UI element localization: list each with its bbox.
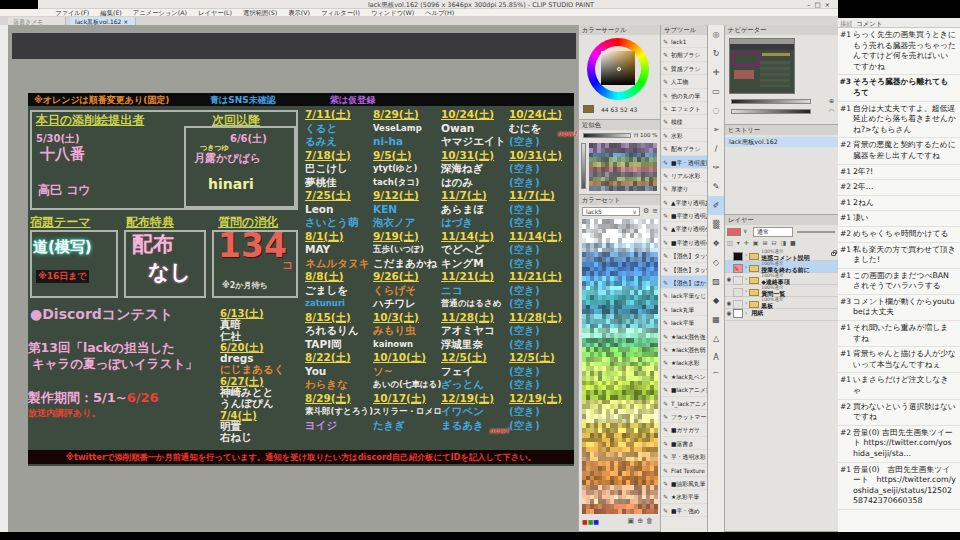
navigator-thumbnail[interactable] — [729, 38, 795, 94]
decoration-tool[interactable]: ❖ — [708, 234, 724, 253]
eye-icon[interactable]: ◉ — [725, 310, 733, 316]
approx-color-grid[interactable] — [589, 143, 657, 191]
subtool-item[interactable]: ✎模様 — [661, 115, 707, 128]
approx-swatch[interactable] — [653, 186, 657, 191]
layer-row[interactable]: ◉ › 100%通常◆連絡事項 — [725, 273, 839, 285]
subtool-item[interactable]: ✎【混色】タッチな — [661, 263, 707, 276]
document-tab-inactive[interactable]: 落書きメモ — [8, 17, 66, 25]
selection-tool[interactable]: ▭ — [708, 82, 724, 101]
subtool-item[interactable]: ✎Flat Texture — [661, 464, 707, 477]
text-tool[interactable]: A — [708, 348, 724, 367]
zoom-tool[interactable]: ◎ — [708, 25, 724, 44]
airbrush-tool[interactable]: ▒ — [708, 215, 724, 234]
move-tool[interactable]: ✛ — [708, 63, 724, 82]
subtool-item[interactable]: ✎■平・強め — [661, 504, 707, 517]
subtool-item[interactable]: ✎■ガサガサ — [661, 423, 707, 436]
object-tool[interactable]: ➢ — [708, 120, 724, 139]
eyedropper-tool[interactable]: ∕ — [708, 139, 724, 158]
approx-color-tab[interactable]: 近似色 — [579, 120, 660, 130]
subtool-item[interactable]: ✎■油彩風丸筆 — [661, 477, 707, 490]
subtool-item[interactable]: ✎【混色】ぼかし — [661, 276, 707, 289]
ruler-tool[interactable]: ⌒ — [708, 367, 724, 386]
subtool-item[interactable]: ✎質感ブラシ — [661, 62, 707, 75]
subtool-item[interactable]: ✎初期ブラシ — [661, 48, 707, 61]
layer-opacity-slider[interactable] — [797, 231, 835, 233]
subtool-item[interactable]: ✎水彩 — [661, 129, 707, 142]
color-set-preset-select[interactable]: lack5∨ — [582, 207, 640, 216]
subtool-item[interactable]: ✎★lack混色強 — [661, 330, 707, 343]
subtool-item[interactable]: ✎★lack混色弱 — [661, 343, 707, 356]
fill-tool[interactable]: ◆ — [708, 291, 724, 310]
subtool-item[interactable]: ✎■平塗り透明な — [661, 236, 707, 249]
navigator-zoom-icon[interactable]: ⊕ — [829, 97, 834, 104]
panel-menu-icon[interactable]: ≡ — [652, 207, 658, 215]
subtool-item[interactable]: ✎★水彩平筆 — [661, 490, 707, 503]
maximize-button[interactable]: □ — [814, 1, 824, 9]
navigator-rotate-icon[interactable]: ◠ — [829, 107, 834, 114]
subtool-item[interactable]: ✎■落書き — [661, 437, 707, 450]
subtool-item[interactable]: ✎★lack水彩 — [661, 356, 707, 369]
figure-tool[interactable]: △ — [708, 329, 724, 348]
palette-actions[interactable]: ▣⊕🗑 — [628, 517, 656, 525]
subtool-item[interactable]: ✎【混色】タッチあ — [661, 249, 707, 262]
gradient-tool[interactable]: ▦ — [708, 310, 724, 329]
history-entry[interactable]: lack黒板vol.162 — [725, 137, 838, 147]
subtool-item[interactable]: ✎リアル水彩 — [661, 169, 707, 182]
artwork[interactable]: ※オレンジは順番変更あり(固定) 青はSNS未確認 紫は仮登録 本日の添削絵提出… — [12, 33, 576, 481]
subtool-item[interactable]: ✎他の丸の筆 — [661, 89, 707, 102]
approx-value-slider[interactable] — [581, 143, 586, 189]
document-tab-active[interactable]: lack黒板vol.162 × — [70, 17, 136, 25]
subtool-item[interactable]: ✎lack平筆 — [661, 316, 707, 329]
schedule-name: (空き) — [509, 419, 575, 433]
color-swatch-grid[interactable] — [582, 219, 658, 514]
close-button[interactable]: × — [825, 1, 834, 9]
eye-icon[interactable]: ◉ — [725, 300, 733, 306]
chevron-down-icon[interactable]: ∨ — [743, 227, 747, 234]
layer-color-swatch[interactable] — [727, 228, 741, 236]
layer-row[interactable]: ◉ › 用紙 — [725, 309, 839, 321]
expand-arrow-icon[interactable]: › — [743, 309, 749, 316]
eraser-tool[interactable]: ◇ — [708, 253, 724, 272]
hue-slider[interactable] — [583, 133, 631, 138]
subtool-item[interactable]: ✎■平塗り透明あ — [661, 209, 707, 222]
layer-toolbar-icons[interactable]: ◫▾✛▣⊞⊟◨■ — [727, 239, 800, 246]
subtool-item[interactable]: ✎T_lackアニメ — [661, 397, 707, 410]
layer-row[interactable]: ◉ › 100%通常黒板 — [725, 297, 839, 309]
wrench-icon[interactable]: ⚙ — [643, 207, 649, 215]
subtool-item[interactable]: ✎■平・透明度変更 — [661, 156, 707, 169]
subtool-item[interactable]: ✎配布ブラシ — [661, 142, 707, 155]
subtool-item[interactable]: ✎▲平塗り透明な — [661, 222, 707, 235]
folder-icon — [749, 289, 759, 296]
subtool-item[interactable]: ✎★lack丸ペン — [661, 370, 707, 383]
blend-mode-select[interactable]: 通常 — [753, 227, 793, 237]
brush-tool[interactable]: ✐ — [708, 196, 724, 215]
history-panel: ヒストリー lack黒板vol.162 — [724, 125, 838, 215]
subtool-item[interactable]: ✎人工物 — [661, 75, 707, 88]
color-swatch[interactable] — [654, 509, 658, 514]
navigator-rotate-slider[interactable] — [731, 109, 811, 114]
layer-row[interactable]: › 100%通常質問一覧 — [725, 285, 839, 297]
subtool-item[interactable]: ✎■lackアニメ塗 — [661, 383, 707, 396]
subtool-item[interactable]: ✎エフェクト — [661, 102, 707, 115]
subtool-item[interactable]: ✎lack平筆なじませ — [661, 289, 707, 302]
subtool-item[interactable]: ✎厚塗り — [661, 182, 707, 195]
subtool-item[interactable]: ✎▲平塗り透明あ — [661, 196, 707, 209]
subtool-item[interactable]: ✎フラットマーカー — [661, 410, 707, 423]
eye-icon[interactable]: ◉ — [725, 276, 733, 282]
layer-row[interactable]: ✎ › 100%通常授業を終わる前に — [725, 261, 839, 273]
current-color-swatch[interactable] — [583, 105, 594, 113]
pen-tool[interactable]: ✑ — [708, 158, 724, 177]
subtool-item[interactable]: ✎lack丸筆 — [661, 303, 707, 316]
lasso-tool[interactable]: ◌ — [708, 101, 724, 120]
pencil-tool[interactable]: ✎ — [708, 177, 724, 196]
navigator-zoom-slider[interactable] — [731, 99, 811, 104]
tab-close-icon[interactable]: × — [123, 18, 128, 25]
layer-row[interactable]: › 100%通常迷惑コメント説明 — [725, 249, 839, 261]
rotate-tool[interactable]: ↻ — [708, 44, 724, 63]
canvas-area[interactable]: ※オレンジは順番変更あり(固定) 青はSNS未確認 紫は仮登録 本日の添削絵提出… — [8, 25, 578, 532]
subtool-item[interactable]: ✎lack1 — [661, 35, 707, 48]
comment-item: #3そろそろ臓器から離れてもろて — [838, 75, 960, 101]
blend-tool[interactable]: ▨ — [708, 272, 724, 291]
subtool-item[interactable]: ✎平・透明水彩 — [661, 450, 707, 463]
sv-cursor[interactable] — [617, 67, 621, 71]
